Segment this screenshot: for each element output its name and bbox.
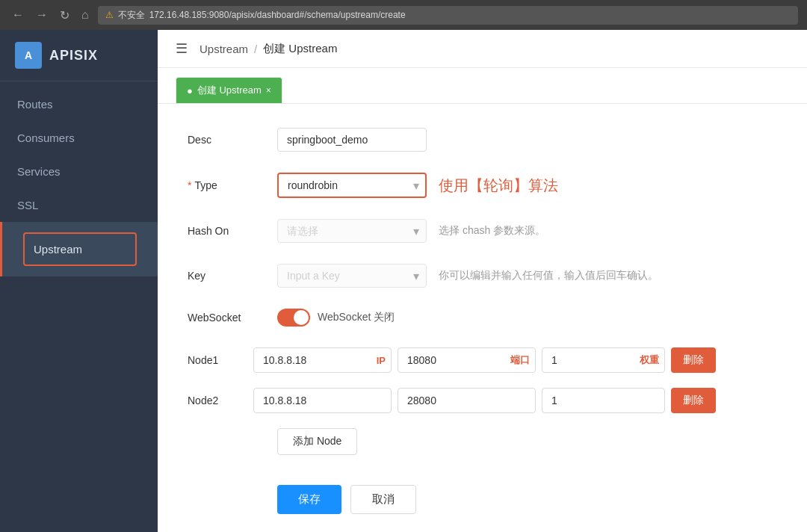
create-upstream-tab[interactable]: ● 创建 Upstream × bbox=[176, 77, 282, 103]
sidebar-item-upstream-box: Upstream bbox=[23, 232, 137, 266]
node2-port-wrapper bbox=[398, 388, 536, 413]
lock-icon: ⚠ bbox=[105, 10, 114, 20]
node2-label: Node2 bbox=[188, 395, 247, 406]
sidebar-item-routes-label: Routes bbox=[17, 98, 53, 111]
breadcrumb: Upstream / 创建 Upstream bbox=[200, 42, 337, 56]
hashon-label: Hash On bbox=[188, 225, 277, 237]
logo-text: APISIX bbox=[49, 48, 98, 64]
key-select[interactable]: Input a Key bbox=[277, 264, 427, 288]
type-row: *Type roundrobin chash ewma least_conn ▾… bbox=[188, 173, 777, 198]
key-label: Key bbox=[188, 270, 277, 282]
node1-row: Node1 IP 端口 权重 删除 bbox=[188, 347, 777, 373]
sidebar-item-ssl-label: SSL bbox=[17, 199, 38, 211]
key-hint: 你可以编辑并输入任何值，输入值后回车确认。 bbox=[439, 269, 658, 282]
address-bar[interactable]: ⚠ 不安全 172.16.48.185:9080/apisix/dashboar… bbox=[98, 6, 798, 25]
hashon-row: Hash On 请选择 ▾ 选择 chash 参数来源。 bbox=[188, 219, 777, 243]
type-hint: 使用【轮询】算法 bbox=[439, 176, 558, 196]
sidebar-item-services-label: Services bbox=[17, 165, 61, 178]
websocket-label: WebSocket bbox=[188, 312, 277, 324]
breadcrumb-separator: / bbox=[254, 43, 257, 55]
browser-chrome: ← → ↻ ⌂ ⚠ 不安全 172.16.48.185:9080/apisix/… bbox=[0, 0, 807, 30]
hamburger-icon[interactable]: ☰ bbox=[176, 40, 188, 57]
tab-strip: ● 创建 Upstream × bbox=[158, 68, 807, 104]
toggle-wrapper: WebSocket 关闭 bbox=[277, 309, 395, 327]
reload-button[interactable]: ↻ bbox=[57, 5, 72, 25]
type-required: * bbox=[188, 179, 191, 191]
desc-label: Desc bbox=[188, 134, 277, 146]
node1-weight-tag: 权重 bbox=[640, 353, 659, 367]
sidebar-menu: Routes Consumers Services SSL Upstream bbox=[0, 81, 158, 276]
node1-ip-tag: IP bbox=[377, 355, 386, 366]
type-select-wrapper: roundrobin chash ewma least_conn ▾ bbox=[277, 173, 427, 198]
sidebar-item-consumers[interactable]: Consumers bbox=[0, 121, 158, 155]
cancel-button[interactable]: 取消 bbox=[350, 485, 416, 514]
breadcrumb-current: 创建 Upstream bbox=[263, 42, 337, 56]
content-area: ● 创建 Upstream × Desc *Type bbox=[158, 68, 807, 532]
sidebar-item-consumers-label: Consumers bbox=[17, 132, 75, 144]
sidebar-item-routes[interactable]: Routes bbox=[0, 87, 158, 121]
node1-port-wrapper: 端口 bbox=[398, 347, 536, 373]
node2-delete-button[interactable]: 删除 bbox=[671, 388, 716, 413]
node2-weight-input[interactable] bbox=[542, 388, 665, 413]
node2-row: Node2 删除 bbox=[188, 388, 777, 413]
main-content: ☰ Upstream / 创建 Upstream ● 创建 Upstream × bbox=[158, 30, 807, 532]
node1-port-tag: 端口 bbox=[510, 353, 530, 367]
key-select-wrapper: Input a Key ▾ bbox=[277, 264, 427, 288]
sidebar-logo: A APISIX bbox=[0, 30, 158, 81]
back-button[interactable]: ← bbox=[9, 5, 27, 25]
logo-icon: A bbox=[15, 42, 42, 69]
desc-row: Desc bbox=[188, 128, 777, 152]
tab-label: 创建 Upstream bbox=[197, 84, 262, 97]
sidebar: A APISIX Routes Consumers Services SSL U… bbox=[0, 30, 158, 532]
tab-dot: ● bbox=[187, 85, 193, 96]
node1-ip-wrapper: IP bbox=[253, 347, 392, 373]
websocket-toggle-label: WebSocket 关闭 bbox=[318, 311, 395, 324]
type-select[interactable]: roundrobin chash ewma least_conn bbox=[277, 173, 427, 198]
home-button[interactable]: ⌂ bbox=[78, 5, 92, 25]
sidebar-item-upstream[interactable]: Upstream bbox=[0, 222, 158, 276]
websocket-row: WebSocket WebSocket 关闭 bbox=[188, 309, 777, 327]
add-node-button[interactable]: 添加 Node bbox=[277, 428, 357, 455]
hashon-select[interactable]: 请选择 bbox=[277, 219, 427, 243]
breadcrumb-parent: Upstream bbox=[200, 43, 248, 55]
node2-ip-input[interactable] bbox=[253, 388, 392, 413]
nodes-section: 添加 Node bbox=[277, 428, 777, 473]
url-text: 不安全 bbox=[118, 9, 145, 22]
node2-weight-wrapper bbox=[542, 388, 665, 413]
websocket-toggle[interactable] bbox=[277, 309, 310, 327]
url-value: 172.16.48.185:9080/apisix/dashboard#/sch… bbox=[149, 10, 406, 20]
hashon-select-wrapper: 请选择 ▾ bbox=[277, 219, 427, 243]
desc-input[interactable] bbox=[277, 128, 427, 152]
node2-ip-wrapper bbox=[253, 388, 392, 413]
form-area: Desc *Type roundrobin chash ewma least_c… bbox=[158, 104, 807, 532]
toggle-slider bbox=[277, 309, 310, 327]
node2-port-input[interactable] bbox=[398, 388, 536, 413]
node1-ip-input[interactable] bbox=[253, 347, 392, 373]
action-buttons: 保存 取消 bbox=[277, 485, 777, 514]
node1-weight-wrapper: 权重 bbox=[542, 347, 665, 373]
type-label: *Type bbox=[188, 179, 277, 191]
buttons-row: 保存 取消 bbox=[277, 485, 777, 514]
logo-abbr: A bbox=[25, 49, 32, 61]
sidebar-item-upstream-label: Upstream bbox=[34, 243, 82, 256]
tab-close-icon[interactable]: × bbox=[266, 85, 271, 96]
save-button[interactable]: 保存 bbox=[277, 485, 341, 514]
hashon-hint: 选择 chash 参数来源。 bbox=[439, 224, 545, 238]
node1-delete-button[interactable]: 删除 bbox=[671, 347, 716, 373]
key-row: Key Input a Key ▾ 你可以编辑并输入任何值，输入值后回车确认。 bbox=[188, 264, 777, 288]
node1-label: Node1 bbox=[188, 354, 247, 366]
sidebar-item-services[interactable]: Services bbox=[0, 155, 158, 188]
top-bar: ☰ Upstream / 创建 Upstream bbox=[158, 30, 807, 68]
sidebar-item-ssl[interactable]: SSL bbox=[0, 188, 158, 222]
forward-button[interactable]: → bbox=[33, 5, 51, 25]
